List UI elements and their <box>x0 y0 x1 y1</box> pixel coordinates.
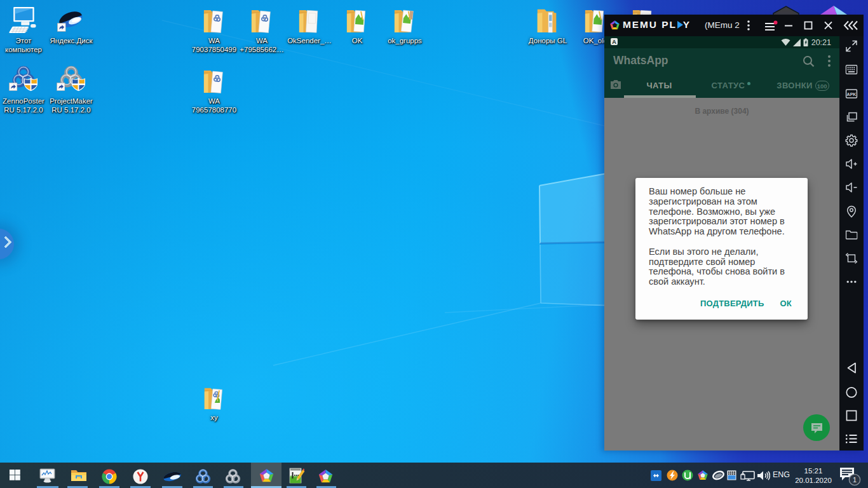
svg-text:APK: APK <box>847 92 857 97</box>
svg-text:1: 1 <box>853 476 857 484</box>
